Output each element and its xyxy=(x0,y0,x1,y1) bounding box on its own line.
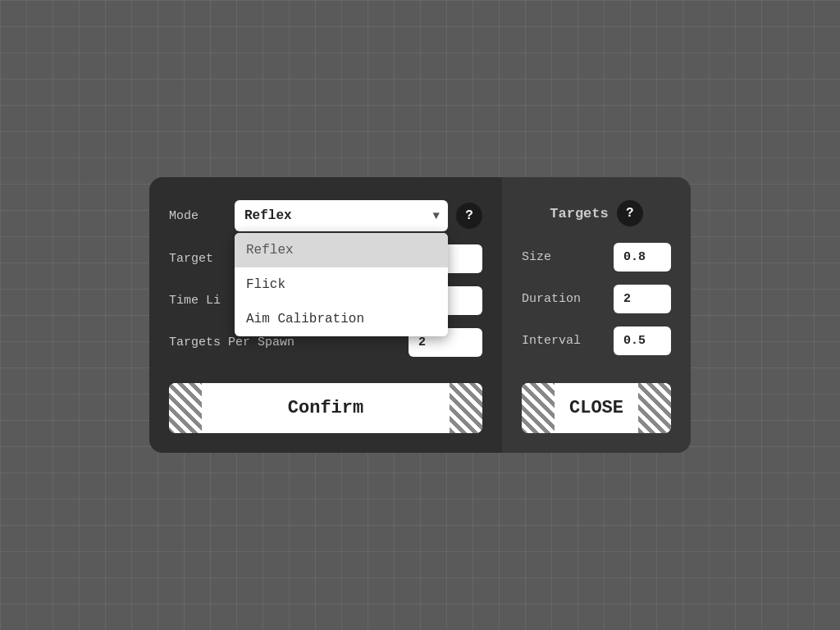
size-row: Size xyxy=(522,243,671,272)
size-label: Size xyxy=(522,250,551,264)
mode-select-wrapper: Reflex Flick Aim Calibration ▼ Reflex Fl… xyxy=(235,200,448,231)
targets-title: Targets xyxy=(550,206,608,221)
confirm-button[interactable]: Confirm xyxy=(169,383,482,433)
mode-help-button[interactable]: ? xyxy=(456,203,482,229)
targets-per-spawn-label: Targets Per Spawn xyxy=(169,336,294,349)
right-panel: Targets ? Size Duration Interval CLOSE xyxy=(502,177,691,453)
targets-header: Targets ? xyxy=(522,200,671,230)
interval-row: Interval xyxy=(522,326,671,355)
interval-label: Interval xyxy=(522,334,581,348)
mode-row: Mode Reflex Flick Aim Calibration ▼ Refl… xyxy=(169,200,482,231)
target-label: Target xyxy=(169,252,213,266)
dropdown-item-flick[interactable]: Flick xyxy=(235,267,448,302)
help-icon-targets: ? xyxy=(626,206,634,221)
duration-label: Duration xyxy=(522,292,581,306)
help-icon: ? xyxy=(465,208,473,223)
dropdown-item-aim-calibration[interactable]: Aim Calibration xyxy=(235,302,448,336)
mode-label: Mode xyxy=(169,209,226,223)
time-limit-label: Time Li xyxy=(169,294,221,308)
dialog-wrapper: Mode Reflex Flick Aim Calibration ▼ Refl… xyxy=(149,177,691,453)
duration-input[interactable] xyxy=(614,285,671,313)
close-button[interactable]: CLOSE xyxy=(522,383,671,433)
size-input[interactable] xyxy=(614,243,671,272)
mode-select[interactable]: Reflex Flick Aim Calibration xyxy=(235,200,448,231)
interval-input[interactable] xyxy=(614,326,671,355)
targets-help-button[interactable]: ? xyxy=(617,200,643,226)
dropdown-item-reflex[interactable]: Reflex xyxy=(235,233,448,267)
close-label: CLOSE xyxy=(569,398,623,418)
left-panel: Mode Reflex Flick Aim Calibration ▼ Refl… xyxy=(149,177,502,453)
confirm-label: Confirm xyxy=(288,398,363,418)
duration-row: Duration xyxy=(522,285,671,313)
mode-dropdown[interactable]: Reflex Flick Aim Calibration xyxy=(235,233,448,336)
